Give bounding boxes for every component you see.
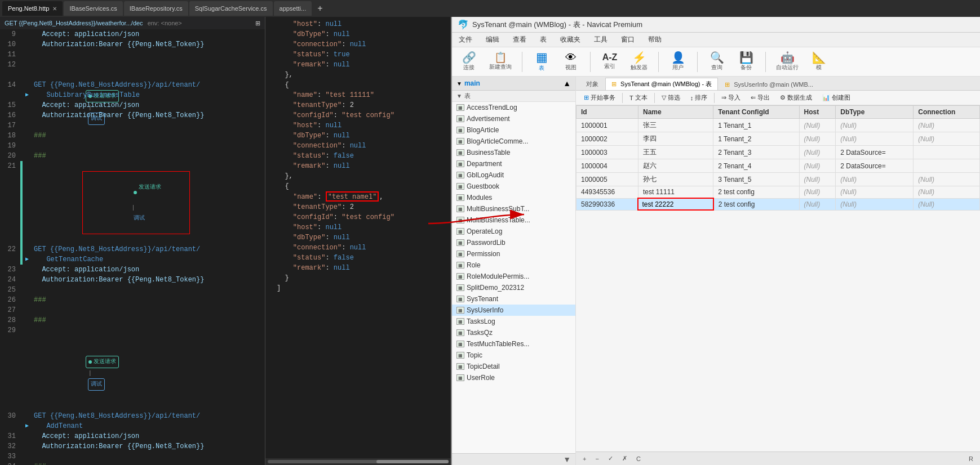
table-cell-4[interactable]: (Null): [836, 119, 914, 132]
table-row[interactable]: 5829903362 test config(Null)(Null)(Null): [577, 198, 980, 210]
toolbar-user[interactable]: 👤 用户: [666, 50, 690, 73]
send-request-badge-2[interactable]: 发送请求: [86, 356, 119, 368]
tab-ibase-services[interactable]: IBaseServices.cs: [64, 1, 122, 16]
sidebar-table-userrole[interactable]: ▦UserRole: [452, 372, 575, 383]
table-cell-2[interactable]: 1 Tenant_2: [713, 132, 799, 146]
statusbar-refresh[interactable]: C: [634, 455, 643, 463]
sidebar-table-modules[interactable]: ▦Modules: [452, 192, 575, 203]
debug-badge-green[interactable]: 调试: [134, 215, 145, 221]
obj-tab-sysuser[interactable]: ⊞ SysUserInfo @main (WMB...: [719, 79, 819, 90]
table-row[interactable]: 1000001张三1 Tenant_1(Null)(Null)(Null): [577, 119, 980, 132]
toolbar-connect[interactable]: 🔗 连接: [456, 50, 481, 73]
table-cell-3[interactable]: (Null): [799, 159, 836, 173]
toolbar-begin-transaction[interactable]: ⊞ 开始事务: [580, 92, 619, 103]
table-row[interactable]: 1000005孙七3 Tenant_5(Null)(Null)(Null): [577, 173, 980, 186]
table-cell-4[interactable]: 2 DataSource=: [836, 146, 914, 159]
statusbar-add[interactable]: +: [580, 455, 588, 463]
toolbar-trigger[interactable]: ⚡ 触发器: [627, 50, 651, 73]
sidebar-table-testmuchtableres---[interactable]: ▦TestMuchTableRes...: [452, 338, 575, 350]
sidebar-table-advertisement[interactable]: ▦Advertisement: [452, 113, 575, 124]
toolbar-create-diagram[interactable]: 📊 创建图: [819, 92, 854, 103]
sidebar-table-topicdetail[interactable]: ▦TopicDetail: [452, 361, 575, 372]
sidebar-table-systenant[interactable]: ▦SysTenant: [452, 293, 575, 305]
toolbar-query[interactable]: 🔍 查询: [704, 50, 729, 73]
tab-ibase-repo[interactable]: IBaseRepository.cs: [124, 1, 188, 16]
tab-appsetti[interactable]: appsetti...: [274, 1, 312, 16]
sidebar-scroll-up[interactable]: ▲: [563, 79, 571, 88]
table-cell-2[interactable]: 1 Tenant_1: [713, 119, 799, 132]
table-row[interactable]: 1000004赵六2 Tenant_4(Null)2 DataSource=: [577, 159, 980, 173]
table-cell-0[interactable]: 1000002: [577, 132, 638, 146]
split-button[interactable]: ⊞: [255, 20, 260, 27]
sidebar-table-gbllogaudit[interactable]: ▦GblLogAudit: [452, 169, 575, 181]
table-cell-3[interactable]: (Null): [799, 146, 836, 159]
sidebar-tree-scroll[interactable]: ▦AccessTrendLog▦Advertisement▦BlogArticl…: [452, 102, 575, 453]
table-cell-4[interactable]: (Null): [836, 132, 914, 146]
menu-favorites[interactable]: 收藏夹: [558, 34, 583, 46]
table-cell-4[interactable]: 2 DataSource=: [836, 159, 914, 173]
sidebar-table-businesstable[interactable]: ▦BusinessTable: [452, 147, 575, 158]
sidebar-table-splitdemo-202312[interactable]: ▦SplitDemo_202312: [452, 282, 575, 293]
menu-window[interactable]: 窗口: [619, 34, 637, 46]
table-cell-3[interactable]: (Null): [799, 132, 836, 146]
toolbar-export[interactable]: ⇐ 导出: [747, 92, 773, 103]
sidebar-table-multibusinesstable---[interactable]: ▦MultiBusinessTable...: [452, 214, 575, 226]
tab-add-button[interactable]: +: [313, 3, 327, 14]
table-cell-5[interactable]: [914, 159, 980, 173]
sidebar-table-permission[interactable]: ▦Permission: [452, 248, 575, 260]
sidebar-table-operatelog[interactable]: ▦OperateLog: [452, 226, 575, 237]
table-cell-4[interactable]: (Null): [836, 173, 914, 186]
table-cell-1[interactable]: 王五: [638, 146, 713, 159]
sidebar-table-blogarticlecomme---[interactable]: ▦BlogArticleComme...: [452, 136, 575, 147]
json-scrollbar-thumb[interactable]: [376, 460, 449, 463]
statusbar-remove[interactable]: −: [593, 455, 601, 463]
toolbar-filter[interactable]: ▽ 筛选: [658, 92, 684, 103]
table-cell-0[interactable]: 449345536: [577, 186, 638, 199]
sidebar-table-accesstrendlog[interactable]: ▦AccessTrendLog: [452, 102, 575, 113]
table-row[interactable]: 1000003王五2 Tenant_3(Null)2 DataSource=: [577, 146, 980, 159]
sidebar-table-sysuserinfo[interactable]: ▦SysUserInfo: [452, 305, 575, 316]
table-cell-1[interactable]: 孙七: [638, 173, 713, 186]
table-cell-5[interactable]: (Null): [914, 186, 980, 199]
toolbar-import[interactable]: ⇒ 导入: [718, 92, 744, 103]
statusbar-page[interactable]: R: [966, 455, 975, 463]
col-connection[interactable]: Connection: [914, 106, 980, 119]
table-cell-3[interactable]: (Null): [799, 173, 836, 186]
table-cell-5[interactable]: (Null): [914, 132, 980, 146]
table-cell-4[interactable]: (Null): [836, 198, 914, 210]
toolbar-new-query[interactable]: 📋 新建查询: [486, 51, 515, 73]
toolbar-text[interactable]: T 文本: [626, 92, 651, 103]
data-table-wrapper[interactable]: Id Name Tenant ConfigId Host DbType Conn…: [576, 105, 980, 451]
table-cell-2[interactable]: 2 test config: [713, 186, 799, 199]
table-cell-5[interactable]: (Null): [914, 119, 980, 132]
toolbar-autorun[interactable]: 🤖 自动运行: [773, 50, 802, 73]
table-cell-1[interactable]: 张三: [638, 119, 713, 132]
table-cell-3[interactable]: (Null): [799, 198, 836, 210]
menu-file[interactable]: 文件: [456, 34, 475, 46]
col-id[interactable]: Id: [577, 106, 638, 119]
menu-table[interactable]: 表: [538, 34, 549, 46]
sidebar-table-passwordlib[interactable]: ▦PasswordLib: [452, 237, 575, 248]
table-cell-2[interactable]: 3 Tenant_5: [713, 173, 799, 186]
toolbar-table[interactable]: ▦ 表: [529, 50, 554, 74]
sidebar-table-taskslog[interactable]: ▦TasksLog: [452, 316, 575, 327]
table-cell-5[interactable]: [914, 146, 980, 159]
debug-badge-2[interactable]: 调试: [88, 378, 105, 391]
json-scrollbar[interactable]: [265, 458, 451, 465]
editing-input[interactable]: [642, 200, 687, 208]
table-cell-1[interactable]: [638, 198, 713, 210]
obj-tab-systenant[interactable]: ⊞ SysTenant @main (WMBlog) - 表: [605, 78, 718, 90]
sidebar-table-tasksqz[interactable]: ▦TasksQz: [452, 327, 575, 338]
json-scrollbar-track[interactable]: [268, 460, 449, 463]
table-cell-2[interactable]: 2 test config: [713, 198, 799, 210]
col-name[interactable]: Name: [638, 106, 713, 119]
menu-view[interactable]: 查看: [511, 34, 529, 46]
table-row[interactable]: 1000002李四1 Tenant_2(Null)(Null)(Null): [577, 132, 980, 146]
table-row[interactable]: 449345536test 111112 test config(Null)(N…: [577, 186, 980, 199]
table-cell-0[interactable]: 1000005: [577, 173, 638, 186]
table-cell-0[interactable]: 1000003: [577, 146, 638, 159]
sidebar-table-role[interactable]: ▦Role: [452, 260, 575, 271]
toolbar-gen-data[interactable]: ⚙ 数据生成: [777, 92, 815, 103]
table-cell-1[interactable]: test 11111: [638, 186, 713, 199]
sidebar-table-blogarticle[interactable]: ▦BlogArticle: [452, 124, 575, 136]
